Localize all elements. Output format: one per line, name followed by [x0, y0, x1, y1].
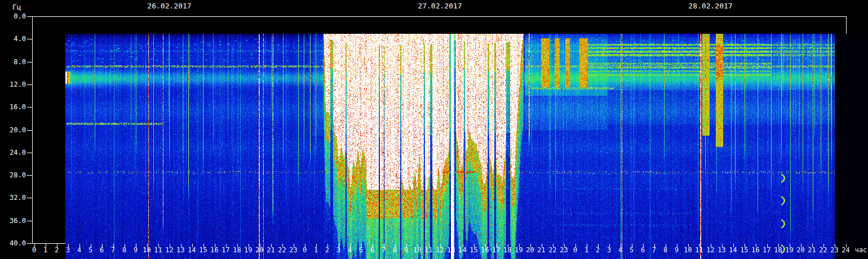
y-tick — [27, 84, 32, 85]
x-hour-label: 3 — [607, 247, 611, 253]
x-hour-label: 1 — [43, 247, 47, 253]
x-hour-label: 18 — [774, 247, 782, 253]
x-hour-label: 24 — [842, 247, 849, 253]
x-hour-label: 19 — [785, 247, 793, 253]
x-hour-label: 2 — [596, 247, 600, 253]
y-tick-label: 0.0 — [3, 13, 26, 20]
x-hour-label: 11 — [424, 247, 432, 253]
y-tick — [27, 130, 32, 131]
y-tick-label: 32.0 — [3, 194, 26, 201]
x-hour-label: 14 — [458, 247, 466, 253]
x-hour-label: 22 — [278, 247, 286, 253]
x-axis-unit-label: час — [855, 247, 867, 253]
x-hour-label: 18 — [233, 247, 241, 253]
y-tick — [27, 107, 32, 108]
x-hour-label: 13 — [718, 247, 725, 253]
y-tick — [27, 62, 32, 62]
x-hour-label: 1 — [314, 247, 318, 253]
x-hour-label: 23 — [560, 247, 568, 253]
y-axis-unit-label: Гц — [12, 3, 21, 11]
y-tick-label: 36.0 — [3, 217, 26, 224]
x-hour-label: 16 — [210, 247, 218, 253]
x-hour-label: 16 — [751, 247, 759, 253]
x-hour-label: 21 — [537, 247, 545, 253]
y-tick — [27, 16, 32, 17]
x-hour-label: 2 — [55, 247, 59, 253]
x-hour-label: 22 — [819, 247, 827, 253]
x-hour-label: 4 — [77, 247, 81, 253]
x-hour-label: 15 — [740, 247, 748, 253]
plot-frame — [32, 16, 847, 244]
x-hour-label: 13 — [447, 247, 455, 253]
x-hour-label: 8 — [393, 247, 397, 253]
x-hour-label: 4 — [618, 247, 622, 253]
x-hour-label: 11 — [154, 247, 162, 253]
x-hour-label: 0 — [573, 247, 577, 253]
x-hour-label: 1 — [584, 247, 588, 253]
y-tick — [27, 198, 32, 198]
y-tick-label: 12.0 — [3, 81, 26, 88]
y-tick — [27, 153, 32, 153]
spectrogram-page: Гц 0.04.08.012.016.020.024.028.032.036.0… — [0, 0, 868, 259]
x-hour-label: 9 — [134, 247, 138, 253]
x-hour-label: 13 — [176, 247, 184, 253]
x-hour-label: 14 — [729, 247, 737, 253]
x-hour-label: 6 — [100, 247, 104, 253]
y-tick-label: 28.0 — [3, 172, 26, 178]
y-tick-label: 4.0 — [3, 35, 26, 42]
x-hour-label: 15 — [199, 247, 207, 253]
y-tick — [27, 175, 32, 176]
date-label: 26.02.2017 — [147, 2, 191, 10]
x-hour-label: 20 — [526, 247, 534, 253]
x-hour-label: 10 — [143, 247, 150, 253]
x-hour-label: 10 — [684, 247, 692, 253]
y-tick-label: 20.0 — [3, 127, 26, 133]
x-hour-label: 4 — [348, 247, 352, 253]
x-hour-label: 20 — [796, 247, 804, 253]
x-hour-label: 11 — [695, 247, 703, 253]
date-label: 27.02.2017 — [418, 2, 462, 10]
spectrogram-canvas — [65, 34, 868, 259]
x-hour-label: 21 — [267, 247, 274, 253]
y-tick-label: 16.0 — [3, 104, 26, 110]
x-hour-label: 3 — [336, 247, 340, 253]
x-hour-label: 9 — [404, 247, 408, 253]
x-hour-label: 17 — [763, 247, 770, 253]
y-tick-label: 24.0 — [3, 149, 26, 156]
x-hour-label: 19 — [244, 247, 252, 253]
x-hour-label: 21 — [808, 247, 816, 253]
x-hour-label: 5 — [88, 247, 92, 253]
x-hour-label: 12 — [165, 247, 173, 253]
x-hour-label: 0 — [32, 247, 36, 253]
x-hour-label: 6 — [370, 247, 374, 253]
x-hour-label: 0 — [303, 247, 307, 253]
x-hour-label: 6 — [641, 247, 645, 253]
x-hour-label: 12 — [436, 247, 444, 253]
y-tick — [27, 221, 32, 221]
x-hour-label: 2 — [325, 247, 329, 253]
x-hour-label: 23 — [289, 247, 297, 253]
x-hour-label: 8 — [663, 247, 667, 253]
x-hour-label: 12 — [706, 247, 714, 253]
y-tick — [27, 39, 32, 39]
x-hour-label: 7 — [382, 247, 386, 253]
x-hour-label: 16 — [481, 247, 489, 253]
y-tick-label: 40.0 — [3, 240, 26, 247]
x-hour-label: 5 — [630, 247, 634, 253]
x-hour-label: 14 — [188, 247, 196, 253]
x-hour-label: 17 — [492, 247, 500, 253]
date-label: 28.02.2017 — [688, 2, 732, 10]
x-hour-label: 17 — [222, 247, 229, 253]
x-hour-label: 19 — [515, 247, 522, 253]
x-hour-label: 22 — [548, 247, 556, 253]
x-hour-label: 8 — [122, 247, 126, 253]
x-hour-label: 23 — [830, 247, 838, 253]
x-hour-label: 20 — [255, 247, 263, 253]
x-hour-label: 3 — [66, 247, 70, 253]
x-hour-label: 5 — [359, 247, 363, 253]
x-hour-label: 18 — [503, 247, 511, 253]
y-tick-label: 8.0 — [3, 59, 26, 65]
y-tick — [27, 243, 32, 244]
x-hour-label: 7 — [111, 247, 115, 253]
x-hour-label: 7 — [652, 247, 656, 253]
